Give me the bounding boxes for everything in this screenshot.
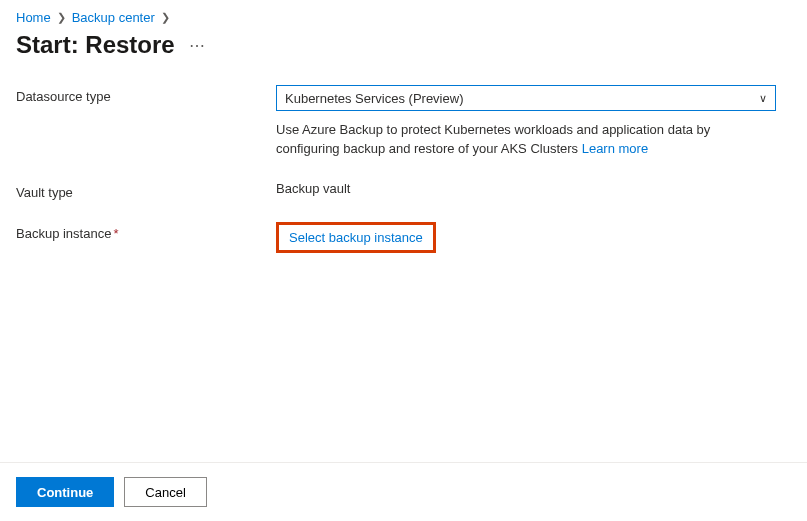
chevron-right-icon: ❯ (161, 11, 170, 24)
breadcrumb: Home ❯ Backup center ❯ (0, 0, 807, 29)
select-backup-instance-link[interactable]: Select backup instance (279, 225, 433, 250)
footer-bar: Continue Cancel (0, 462, 807, 521)
datasource-help-text: Use Azure Backup to protect Kubernetes w… (276, 121, 776, 159)
value-vault-type: Backup vault (276, 181, 776, 196)
more-icon[interactable]: ⋯ (189, 36, 206, 55)
chevron-right-icon: ❯ (57, 11, 66, 24)
row-vault-type: Vault type Backup vault (16, 181, 791, 200)
learn-more-link[interactable]: Learn more (582, 141, 648, 156)
select-datasource-type[interactable]: Kubernetes Services (Preview) ∨ (276, 85, 776, 111)
label-backup-instance: Backup instance* (16, 222, 276, 241)
required-asterisk: * (113, 226, 118, 241)
row-backup-instance: Backup instance* Select backup instance (16, 222, 791, 253)
chevron-down-icon: ∨ (759, 92, 767, 105)
select-value: Kubernetes Services (Preview) (285, 91, 463, 106)
label-vault-type: Vault type (16, 181, 276, 200)
highlight-box: Select backup instance (276, 222, 436, 253)
form-area: Datasource type Kubernetes Services (Pre… (0, 79, 807, 253)
continue-button[interactable]: Continue (16, 477, 114, 507)
cancel-button[interactable]: Cancel (124, 477, 206, 507)
page-title: Start: Restore (16, 31, 175, 59)
title-row: Start: Restore ⋯ (0, 29, 807, 79)
breadcrumb-backup-center[interactable]: Backup center (72, 10, 155, 25)
row-datasource-type: Datasource type Kubernetes Services (Pre… (16, 85, 791, 159)
label-datasource-type: Datasource type (16, 85, 276, 104)
breadcrumb-home[interactable]: Home (16, 10, 51, 25)
